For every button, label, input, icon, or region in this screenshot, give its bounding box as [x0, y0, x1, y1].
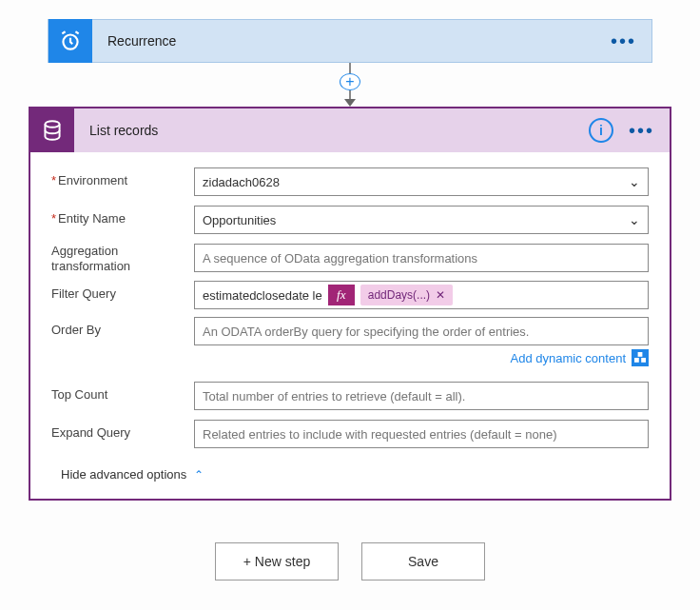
clock-icon [49, 19, 92, 63]
top-count-label: Top Count [51, 382, 194, 403]
expand-query-input[interactable]: Related entries to include with requeste… [194, 420, 649, 448]
order-by-label: Order By [51, 317, 194, 338]
order-by-input[interactable]: An ODATA orderBy query for specifying th… [194, 317, 649, 345]
list-records-card: List records i ••• *Environment zidadach… [29, 107, 671, 501]
hide-advanced-toggle[interactable]: Hide advanced options ⌃ [61, 467, 204, 482]
svg-rect-3 [634, 358, 639, 363]
environment-select[interactable]: zidadach0628 ⌄ [194, 167, 649, 196]
info-icon[interactable]: i [589, 118, 613, 143]
chevron-up-icon: ⌃ [194, 468, 204, 482]
list-records-header[interactable]: List records i ••• [30, 108, 670, 152]
svg-point-1 [45, 121, 59, 128]
expression-token[interactable]: addDays(...) ✕ [360, 285, 453, 305]
filter-query-label: Filter Query [51, 281, 194, 302]
recurrence-card[interactable]: Recurrence ••• [48, 19, 652, 63]
chevron-down-icon: ⌄ [629, 174, 640, 189]
save-button[interactable]: Save [361, 542, 485, 580]
expand-query-label: Expand Query [51, 420, 194, 441]
environment-label: *Environment [51, 167, 194, 188]
entity-name-label: *Entity Name [51, 206, 194, 226]
remove-token-icon[interactable]: ✕ [436, 288, 445, 302]
database-icon [30, 108, 74, 152]
fx-icon: fx [328, 285, 355, 305]
top-count-input[interactable]: Total number of entries to retrieve (def… [194, 382, 649, 410]
entity-name-select[interactable]: Opportunities ⌄ [194, 206, 649, 234]
more-menu-icon[interactable]: ••• [623, 126, 670, 135]
dynamic-content-toggle[interactable] [632, 349, 649, 366]
filter-query-pretext: estimatedclosedate le [203, 288, 322, 303]
chevron-down-icon: ⌄ [629, 212, 640, 227]
aggregation-label: Aggregation transformation [51, 244, 194, 273]
entity-name-value: Opportunities [203, 213, 276, 227]
new-step-button[interactable]: + New step [215, 542, 339, 580]
list-records-title: List records [74, 123, 589, 138]
connector: + [29, 63, 671, 107]
filter-query-input[interactable]: estimatedclosedate le fx addDays(...) ✕ [194, 281, 649, 309]
insert-step-button[interactable]: + [340, 73, 360, 90]
svg-rect-2 [638, 352, 643, 357]
arrow-down-icon [344, 99, 356, 107]
svg-rect-4 [641, 358, 646, 363]
aggregation-input[interactable]: A sequence of OData aggregation transfor… [194, 244, 649, 272]
more-menu-icon[interactable]: ••• [595, 36, 651, 46]
environment-value: zidadach0628 [203, 175, 280, 189]
recurrence-title: Recurrence [92, 33, 595, 49]
add-dynamic-content-link[interactable]: Add dynamic content [511, 351, 626, 365]
